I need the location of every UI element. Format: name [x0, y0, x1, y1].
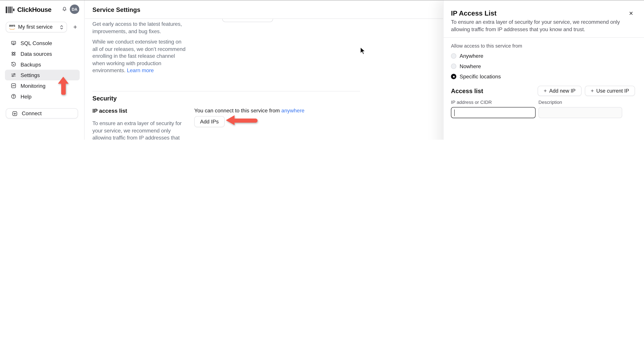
- sidebar-item-label: Backups: [20, 61, 41, 67]
- text-caret: [454, 110, 455, 116]
- connect-wifi-icon: [12, 111, 18, 116]
- plus-icon: +: [591, 88, 594, 94]
- sql-console-icon: [11, 40, 16, 46]
- annotation-arrow-add-ips: [226, 115, 258, 126]
- add-new-ip-button[interactable]: + Add new IP: [538, 86, 582, 96]
- sidebar-item-label: Help: [20, 93, 32, 100]
- close-icon[interactable]: ✕: [629, 10, 634, 16]
- radio-circle-icon: [451, 53, 456, 59]
- sidebar-item-backups[interactable]: Backups: [5, 59, 80, 70]
- fast-release-body: While we conduct extensive testing on al…: [92, 38, 188, 74]
- ip-cidr-label: IP address or CIDR: [451, 100, 492, 105]
- anywhere-link[interactable]: anywhere: [281, 108, 304, 114]
- learn-more-link[interactable]: Learn more: [127, 67, 154, 74]
- service-selector[interactable]: aws My first service: [6, 22, 67, 32]
- sidebar-item-label: Settings: [20, 72, 40, 78]
- ip-access-status: You can connect to this service from any…: [194, 108, 304, 114]
- service-name: My first service: [18, 24, 60, 30]
- connect-button[interactable]: Connect: [6, 108, 78, 119]
- sidebar-item-label: Data sources: [20, 51, 52, 57]
- sidebar-item-label: SQL Console: [20, 40, 52, 46]
- clickhouse-logo-icon: [6, 6, 14, 13]
- use-current-ip-label: Use current IP: [596, 88, 629, 94]
- sidebar-item-sql-console[interactable]: SQL Console: [5, 38, 80, 48]
- section-divider: [92, 91, 360, 91]
- ip-cidr-input[interactable]: [451, 107, 536, 118]
- panel-divider: [444, 37, 644, 38]
- access-list-heading: Access list: [451, 87, 483, 94]
- page-title: Service Settings: [92, 6, 140, 13]
- add-new-ip-label: Add new IP: [549, 88, 576, 94]
- radio-label: Nowhere: [460, 63, 481, 69]
- brand: ClickHouse: [6, 5, 51, 14]
- chevron-updown-icon: [60, 24, 64, 30]
- panel-title: IP Access List: [451, 9, 496, 17]
- allow-access-label: Allow access to this service from: [451, 43, 522, 49]
- notifications-bell-icon[interactable]: [62, 6, 67, 12]
- radio-circle-icon: [451, 74, 456, 79]
- main-header: Service Settings: [85, 0, 443, 19]
- fast-release-intro: Get early access to the latest features,…: [92, 20, 188, 35]
- clickhouse-console: ClickHouse DA aws My first service +: [0, 0, 644, 140]
- add-service-button[interactable]: +: [72, 23, 79, 32]
- sidebar: ClickHouse DA aws My first service +: [0, 0, 84, 140]
- use-current-ip-button[interactable]: + Use current IP: [585, 86, 635, 96]
- ip-access-list-description: To ensure an extra layer of security for…: [92, 120, 188, 140]
- description-label: Description: [538, 100, 562, 105]
- add-ips-button[interactable]: Add IPs: [194, 116, 224, 127]
- radio-specific-locations[interactable]: Specific locations: [451, 73, 501, 80]
- backups-icon: [11, 61, 16, 67]
- mouse-cursor: [360, 47, 367, 57]
- radio-nowhere[interactable]: Nowhere: [451, 63, 481, 69]
- description-input[interactable]: [538, 107, 622, 118]
- ip-access-status-text: You can connect to this service from: [194, 108, 281, 114]
- ip-access-list-panel: IP Access List ✕ To ensure an extra laye…: [443, 0, 644, 140]
- user-avatar[interactable]: DA: [70, 4, 79, 14]
- radio-circle-icon: [451, 64, 456, 69]
- radio-label: Specific locations: [460, 73, 501, 80]
- window-top-edge: [0, 0, 644, 0]
- radio-anywhere[interactable]: Anywhere: [451, 53, 483, 59]
- settings-icon: [11, 72, 16, 78]
- ip-access-list-title: IP access list: [92, 108, 127, 114]
- sidebar-item-label: Monitoring: [20, 83, 46, 89]
- monitoring-icon: [11, 83, 16, 89]
- brand-name: ClickHouse: [17, 6, 52, 13]
- connect-label: Connect: [22, 110, 42, 117]
- data-sources-icon: [11, 51, 16, 57]
- panel-description: To ensure an extra layer of security for…: [451, 18, 636, 33]
- sidebar-item-data-sources[interactable]: Data sources: [5, 48, 80, 59]
- security-heading: Security: [92, 95, 117, 102]
- aws-provider-icon: aws: [9, 24, 15, 29]
- help-icon: [11, 93, 16, 99]
- plus-icon: +: [544, 88, 547, 94]
- annotation-arrow-settings: [58, 77, 68, 95]
- main-content: Service Settings Get early access to the…: [85, 0, 443, 140]
- radio-label: Anywhere: [460, 53, 483, 59]
- clipped-select-remnant: [222, 19, 273, 22]
